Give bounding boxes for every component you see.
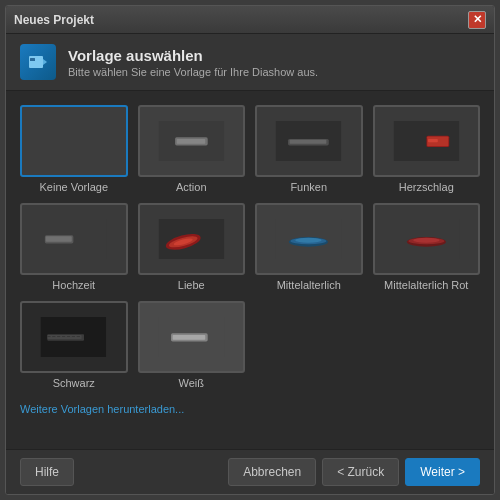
template-item-funken[interactable]: Funken <box>255 105 363 193</box>
template-label-funken: Funken <box>290 181 327 193</box>
header-icon <box>20 44 56 80</box>
svg-rect-2 <box>30 58 35 61</box>
template-label-weiss: Weiß <box>179 377 204 389</box>
template-thumb-liebe <box>138 203 246 275</box>
svg-rect-12 <box>428 139 438 142</box>
dialog-footer: Hilfe Abbrechen < Zurück Weiter > <box>6 449 494 494</box>
svg-point-23 <box>296 237 322 242</box>
template-label-schwarz: Schwarz <box>53 377 95 389</box>
template-thumb-herzschlag <box>373 105 481 177</box>
template-label-herzschlag: Herzschlag <box>399 181 454 193</box>
svg-rect-34 <box>172 335 205 340</box>
template-label-mittelalterlich: Mittelalterlich <box>277 279 341 291</box>
template-item-mittelalterlich-rot[interactable]: Mittelalterlich Rot <box>373 203 481 291</box>
help-button[interactable]: Hilfe <box>20 458 74 486</box>
template-label-keine: Keine Vorlage <box>40 181 109 193</box>
svg-rect-5 <box>177 139 206 144</box>
back-button[interactable]: < Zurück <box>322 458 399 486</box>
template-label-liebe: Liebe <box>178 279 205 291</box>
templates-grid: Keine Vorlage Action <box>20 105 480 389</box>
template-item-mittelalterlich[interactable]: Mittelalterlich <box>255 203 363 291</box>
cancel-button[interactable]: Abbrechen <box>228 458 316 486</box>
template-thumb-schwarz <box>20 301 128 373</box>
header-texts: Vorlage auswählen Bitte wählen Sie eine … <box>68 47 318 78</box>
template-label-action: Action <box>176 181 207 193</box>
download-link[interactable]: Weitere Vorlagen herunterladen... <box>20 403 480 415</box>
next-button[interactable]: Weiter > <box>405 458 480 486</box>
dialog-header: Vorlage auswählen Bitte wählen Sie eine … <box>6 34 494 91</box>
close-button[interactable]: ✕ <box>468 11 486 29</box>
svg-rect-8 <box>290 139 327 143</box>
template-item-weiss[interactable]: Weiß <box>138 301 246 389</box>
template-item-action[interactable]: Action <box>138 105 246 193</box>
svg-point-27 <box>413 237 439 242</box>
template-thumb-keine <box>20 105 128 177</box>
template-thumb-weiss <box>138 301 246 373</box>
dialog-window: Neues Projekt ✕ Vorlage auswählen Bitte … <box>5 5 495 495</box>
svg-rect-0 <box>29 56 43 68</box>
svg-rect-15 <box>46 236 72 242</box>
template-thumb-hochzeit <box>20 203 128 275</box>
header-title: Vorlage auswählen <box>68 47 318 64</box>
template-item-schwarz[interactable]: Schwarz <box>20 301 128 389</box>
template-label-mittelalterlich-rot: Mittelalterlich Rot <box>384 279 468 291</box>
content-area: Keine Vorlage Action <box>6 91 494 449</box>
template-item-keine[interactable]: Keine Vorlage <box>20 105 128 193</box>
header-subtitle: Bitte wählen Sie eine Vorlage für Ihre D… <box>68 66 318 78</box>
window-title: Neues Projekt <box>14 13 94 27</box>
template-label-hochzeit: Hochzeit <box>52 279 95 291</box>
template-item-hochzeit[interactable]: Hochzeit <box>20 203 128 291</box>
template-thumb-funken <box>255 105 363 177</box>
template-thumb-mittelalterlich <box>255 203 363 275</box>
footer-right-buttons: Abbrechen < Zurück Weiter > <box>228 458 480 486</box>
svg-rect-30 <box>48 335 82 339</box>
title-bar: Neues Projekt ✕ <box>6 6 494 34</box>
template-item-herzschlag[interactable]: Herzschlag <box>373 105 481 193</box>
template-item-liebe[interactable]: Liebe <box>138 203 246 291</box>
template-thumb-mittelalterlich-rot <box>373 203 481 275</box>
template-thumb-action <box>138 105 246 177</box>
svg-marker-1 <box>43 59 47 65</box>
